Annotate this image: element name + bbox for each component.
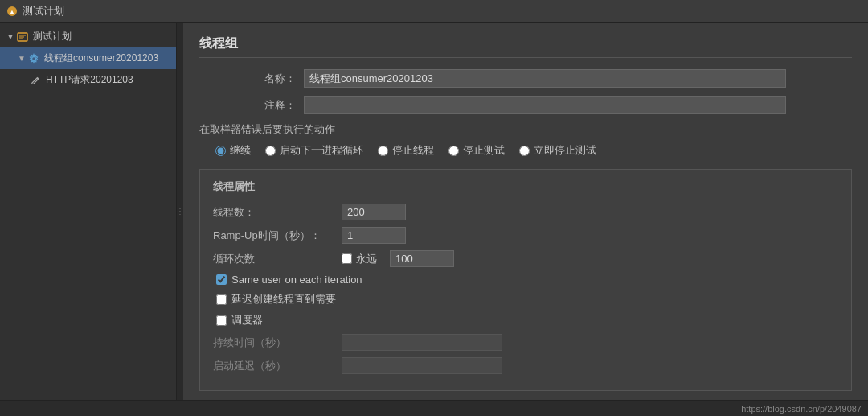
name-row: 名称： xyxy=(199,69,852,88)
radio-next-loop[interactable]: 启动下一进程循环 xyxy=(265,143,363,158)
radio-stop-thread[interactable]: 停止线程 xyxy=(378,143,434,158)
startup-delay-row: 启动延迟（秒） xyxy=(213,357,838,374)
sidebar: ▼ 测试计划 ▼ 线程组consumer20201203 xyxy=(0,23,177,400)
radio-stop-test[interactable]: 停止测试 xyxy=(448,143,505,158)
expand-arrow-thread-group: ▼ xyxy=(18,54,27,63)
app-icon: ▲ xyxy=(6,6,18,17)
pencil-icon xyxy=(29,74,42,87)
sidebar-item-test-plan[interactable]: ▼ 测试计划 xyxy=(0,26,176,47)
radio-continue-input[interactable] xyxy=(215,146,226,156)
radio-stop-thread-label: 停止线程 xyxy=(392,143,434,158)
test-plan-icon xyxy=(16,31,29,43)
thread-properties-section: 线程属性 线程数： Ramp-Up时间（秒）： 循环次数 永远 xyxy=(199,169,852,391)
thread-props-title: 线程属性 xyxy=(213,179,838,194)
duration-input[interactable] xyxy=(342,334,502,351)
sidebar-item-test-plan-label: 测试计划 xyxy=(33,30,72,43)
error-action-label: 在取样器错误后要执行的动作 xyxy=(199,123,335,135)
radio-next-loop-input[interactable] xyxy=(265,146,276,156)
top-bar: ▲ 测试计划 xyxy=(0,0,868,23)
svg-point-6 xyxy=(32,56,36,60)
sidebar-item-thread-group[interactable]: ▼ 线程组consumer20201203 xyxy=(0,47,176,69)
delay-create-label: 延迟创建线程直到需要 xyxy=(231,292,336,307)
delay-create-checkbox[interactable] xyxy=(216,294,227,305)
gear-icon xyxy=(27,52,40,65)
sidebar-resize-handle[interactable]: ⋮ xyxy=(177,23,183,400)
duration-row: 持续时间（秒） xyxy=(213,334,838,351)
forever-group: 永远 xyxy=(342,252,383,266)
comment-input[interactable] xyxy=(304,96,786,114)
thread-count-row: 线程数： xyxy=(213,204,838,220)
error-action-radio-group: 继续 启动下一进程循环 停止线程 停止测试 立即停止测试 xyxy=(215,143,852,158)
sidebar-item-http-request[interactable]: HTTP请求20201203 xyxy=(0,69,176,91)
sidebar-item-http-request-label: HTTP请求20201203 xyxy=(46,73,133,87)
thread-count-input[interactable] xyxy=(342,204,406,220)
forever-check-label[interactable]: 永远 xyxy=(342,252,377,266)
error-action-section: 在取样器错误后要执行的动作 xyxy=(199,122,852,137)
sidebar-item-thread-group-label: 线程组consumer20201203 xyxy=(44,51,158,65)
radio-next-loop-label: 启动下一进程循环 xyxy=(280,143,363,158)
scheduler-row: 调度器 xyxy=(216,313,838,327)
delay-create-row: 延迟创建线程直到需要 xyxy=(216,292,838,307)
duration-label: 持续时间（秒） xyxy=(213,336,342,350)
content-area: 线程组 名称： 注释： 在取样器错误后要执行的动作 继续 启动下一进程循环 xyxy=(183,23,868,400)
same-user-row: Same user on each iteration xyxy=(216,274,838,286)
svg-text:▲: ▲ xyxy=(9,8,16,16)
thread-count-label: 线程数： xyxy=(213,205,342,220)
name-label: 名称： xyxy=(199,72,304,86)
name-input[interactable] xyxy=(304,69,786,88)
loop-count-label: 循环次数 xyxy=(213,252,342,266)
bottom-bar: https://blog.csdn.cn/p/2049087 xyxy=(0,400,868,416)
rampup-row: Ramp-Up时间（秒）： xyxy=(213,227,838,244)
scheduler-label: 调度器 xyxy=(231,313,263,327)
rampup-label: Ramp-Up时间（秒）： xyxy=(213,229,342,243)
rampup-input[interactable] xyxy=(342,227,406,244)
radio-stop-test-label: 停止测试 xyxy=(463,143,505,158)
radio-continue[interactable]: 继续 xyxy=(215,143,251,158)
loop-count-row: 循环次数 永远 xyxy=(213,250,838,267)
radio-stop-now-label: 立即停止测试 xyxy=(534,143,596,158)
forever-label: 永远 xyxy=(356,252,377,266)
startup-delay-label: 启动延迟（秒） xyxy=(213,359,342,373)
forever-checkbox[interactable] xyxy=(342,253,352,264)
comment-label: 注释： xyxy=(199,98,304,113)
radio-stop-now[interactable]: 立即停止测试 xyxy=(519,143,596,158)
radio-stop-now-input[interactable] xyxy=(519,146,530,156)
top-bar-title: 测试计划 xyxy=(23,4,64,19)
radio-continue-label: 继续 xyxy=(230,143,251,158)
startup-delay-input[interactable] xyxy=(342,357,502,374)
comment-row: 注释： xyxy=(199,96,852,114)
same-user-label: Same user on each iteration xyxy=(231,274,362,286)
radio-stop-test-input[interactable] xyxy=(448,146,459,156)
scheduler-checkbox[interactable] xyxy=(216,315,227,326)
section-title: 线程组 xyxy=(199,35,852,58)
same-user-checkbox[interactable] xyxy=(216,274,227,285)
radio-stop-thread-input[interactable] xyxy=(378,146,388,156)
loop-count-input[interactable] xyxy=(390,250,454,267)
bottom-url: https://blog.csdn.cn/p/2049087 xyxy=(741,404,862,414)
expand-arrow-test-plan: ▼ xyxy=(6,32,16,41)
